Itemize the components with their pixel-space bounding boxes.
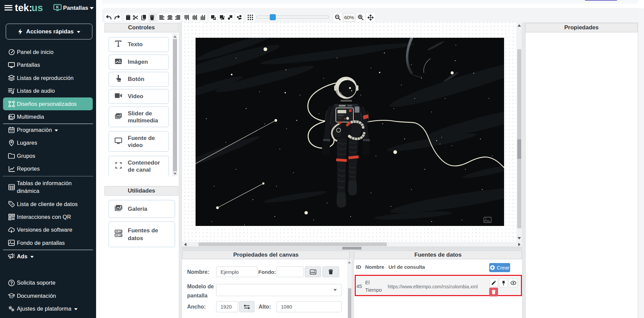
svg-text:K: K [56, 5, 59, 9]
